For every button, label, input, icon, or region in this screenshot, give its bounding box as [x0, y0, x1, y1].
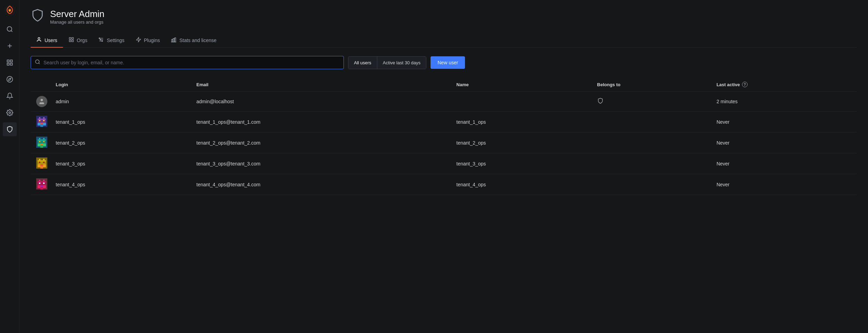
filter-group: All users Active last 30 days	[348, 56, 426, 69]
explore-nav-icon[interactable]	[3, 72, 17, 86]
svg-rect-44	[43, 138, 45, 139]
user-avatar-cell	[31, 174, 50, 195]
search-icon	[35, 59, 40, 66]
svg-point-22	[100, 39, 101, 40]
tab-orgs[interactable]: Orgs	[63, 33, 93, 48]
filter-active-30-days[interactable]: Active last 30 days	[377, 57, 426, 69]
svg-rect-60	[40, 164, 43, 166]
svg-point-21	[99, 38, 100, 39]
tab-users-label: Users	[45, 38, 57, 43]
new-user-button[interactable]: New user	[431, 56, 465, 69]
svg-rect-73	[43, 185, 46, 188]
svg-rect-39	[38, 123, 40, 125]
table-row[interactable]: tenant_2_ops tenant_2_ops@tenant_2.com t…	[31, 132, 857, 153]
svg-rect-43	[39, 138, 40, 139]
svg-point-10	[7, 76, 13, 82]
tabs-nav: Users Orgs Settings	[31, 33, 857, 48]
stats-tab-icon	[171, 37, 176, 43]
svg-rect-56	[38, 160, 46, 162]
tab-users[interactable]: Users	[31, 33, 63, 48]
svg-rect-16	[69, 40, 71, 42]
svg-rect-38	[40, 123, 43, 124]
svg-rect-70	[43, 182, 45, 184]
svg-rect-17	[72, 40, 73, 42]
svg-rect-7	[10, 60, 12, 62]
svg-rect-68	[38, 182, 46, 185]
svg-rect-47	[39, 141, 40, 142]
user-name: tenant_4_ops	[451, 174, 591, 195]
page-subtitle: Manage all users and orgs	[50, 19, 104, 25]
svg-rect-67	[38, 181, 46, 182]
search-input[interactable]	[31, 56, 344, 69]
svg-rect-59	[43, 162, 45, 163]
svg-rect-35	[38, 120, 46, 123]
user-login: admin	[50, 92, 191, 112]
tab-orgs-label: Orgs	[77, 38, 87, 43]
tab-stats[interactable]: Stats and license	[165, 33, 222, 48]
users-tab-icon	[36, 37, 42, 43]
user-email: tenant_1_ops@tenant_1.com	[191, 112, 451, 132]
svg-rect-61	[38, 164, 40, 167]
settings-nav-icon[interactable]	[3, 106, 17, 120]
table-body: admin admin@localhost 2 minutes	[31, 92, 857, 195]
shield-nav-icon[interactable]	[3, 122, 17, 136]
user-email: admin@localhost	[191, 92, 451, 112]
user-belongs-to	[592, 174, 711, 195]
user-last-active: Never	[711, 132, 857, 153]
svg-rect-62	[43, 164, 46, 167]
col-name: Name	[451, 78, 591, 92]
server-admin-icon	[31, 8, 45, 25]
svg-rect-36	[39, 120, 40, 121]
user-belongs-to	[592, 92, 711, 112]
dashboard-nav-icon[interactable]	[3, 56, 17, 70]
svg-point-23	[102, 41, 103, 42]
svg-rect-32	[39, 117, 40, 119]
svg-line-29	[39, 63, 40, 64]
svg-rect-9	[10, 63, 12, 65]
table-row[interactable]: tenant_4_ops tenant_4_ops@tenant_4.com t…	[31, 174, 857, 195]
tab-plugins[interactable]: Plugins	[130, 33, 166, 48]
svg-rect-14	[69, 38, 71, 39]
tab-plugins-label: Plugins	[144, 38, 160, 43]
tab-stats-label: Stats and license	[179, 38, 216, 43]
table-row[interactable]: tenant_3_ops tenant_3_ops@tenant_3.com t…	[31, 153, 857, 174]
svg-rect-41	[40, 124, 43, 127]
svg-rect-66	[43, 180, 45, 181]
svg-rect-33	[43, 117, 45, 119]
filter-all-users[interactable]: All users	[348, 57, 377, 69]
user-last-active: Never	[711, 153, 857, 174]
user-login: tenant_3_ops	[50, 153, 191, 174]
table-row[interactable]: tenant_1_ops tenant_1_ops@tenant_1.com t…	[31, 112, 857, 132]
user-name: tenant_2_ops	[451, 132, 591, 153]
search-nav-icon[interactable]	[3, 22, 17, 36]
user-name: tenant_1_ops	[451, 112, 591, 132]
svg-point-12	[9, 112, 10, 114]
user-belongs-to	[592, 112, 711, 132]
user-avatar-cell	[31, 132, 50, 153]
avatar	[36, 96, 47, 107]
alerts-nav-icon[interactable]	[3, 89, 17, 103]
search-row: All users Active last 30 days New user	[31, 56, 857, 69]
page-header: Server Admin Manage all users and orgs	[31, 8, 857, 25]
svg-rect-57	[38, 162, 46, 164]
user-email: tenant_4_ops@tenant_4.com	[191, 174, 451, 195]
last-active-info-icon[interactable]: ?	[742, 82, 748, 87]
col-login: Login	[50, 78, 191, 92]
table-row[interactable]: admin admin@localhost 2 minutes	[31, 92, 857, 112]
svg-point-1	[9, 9, 10, 11]
svg-rect-55	[43, 159, 45, 160]
svg-rect-52	[40, 145, 43, 148]
col-belongs-to: Belongs to	[592, 78, 711, 92]
svg-rect-6	[7, 60, 9, 62]
col-email: Email	[191, 78, 451, 92]
search-wrapper	[31, 56, 344, 69]
app-logo[interactable]	[3, 4, 16, 17]
tab-settings[interactable]: Settings	[93, 33, 130, 48]
add-nav-icon[interactable]	[3, 39, 17, 53]
user-avatar-cell	[31, 112, 50, 132]
user-belongs-to	[592, 153, 711, 174]
svg-point-30	[41, 99, 43, 101]
svg-point-2	[7, 27, 11, 31]
orgs-tab-icon	[69, 37, 74, 43]
svg-rect-8	[7, 63, 9, 65]
